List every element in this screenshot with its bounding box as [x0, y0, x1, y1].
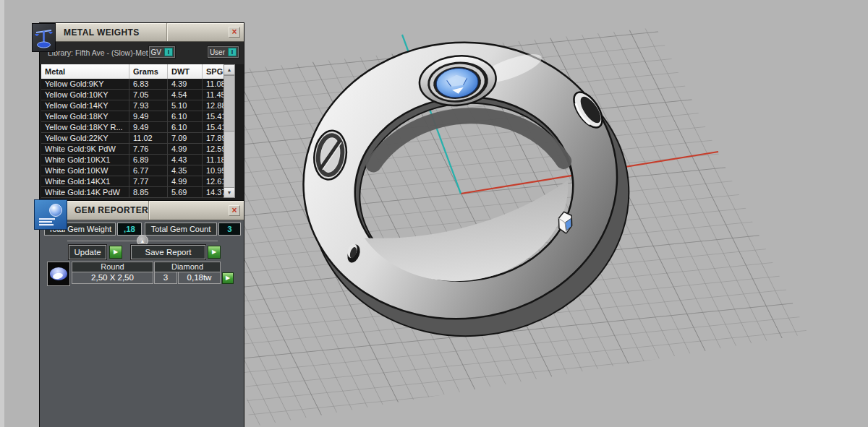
- table-row[interactable]: Yellow Gold:9KY6.834.3911.08: [41, 79, 224, 90]
- metal-weights-panel: METAL WEIGHTS × Library: Fifth Ave - (Sl…: [40, 23, 244, 201]
- scale-icon: [32, 23, 56, 52]
- table-cell: 4.43: [168, 155, 203, 165]
- metal-table-scrollbar[interactable]: ▲ ▼: [224, 64, 235, 198]
- app-window: METAL WEIGHTS × Library: Fifth Ave - (Sl…: [0, 0, 868, 427]
- gem-image: [50, 267, 67, 280]
- table-cell: 6.89: [129, 155, 168, 165]
- table-cell: 4.39: [168, 79, 203, 89]
- table-row[interactable]: Yellow Gold:14KY7.935.1012.88: [41, 100, 224, 111]
- close-icon[interactable]: ×: [229, 205, 240, 216]
- titlebar-divider: [166, 23, 168, 41]
- table-cell: 6.10: [168, 122, 203, 132]
- update-button[interactable]: Update: [69, 245, 106, 259]
- total-gem-count-label: Total Gem Count: [145, 223, 217, 236]
- table-row[interactable]: Yellow Gold:18KY R...9.496.1015.41: [41, 122, 224, 133]
- table-cell: 9.49: [129, 122, 168, 132]
- table-cell: White Gold:14KX1: [41, 176, 129, 186]
- table-cell: White Gold:14K PdW: [41, 187, 129, 197]
- library-bar: Library: Fifth Ave - (Slow)-Metal GV I U…: [40, 42, 244, 64]
- table-cell: 6.83: [129, 79, 168, 89]
- table-cell: 15.41: [203, 111, 224, 121]
- gem-count-value: 3: [154, 272, 177, 284]
- panel-title: METAL WEIGHTS: [64, 27, 140, 38]
- save-report-play-icon[interactable]: ▶: [208, 246, 221, 259]
- column-header-grams[interactable]: Grams: [129, 64, 168, 79]
- table-cell: 5.69: [168, 187, 203, 197]
- metal-table-header: Metal Grams DWT SPG: [41, 64, 224, 79]
- table-cell: 11.08: [203, 79, 224, 89]
- user-toggle[interactable]: User I: [207, 46, 239, 59]
- column-header-spg[interactable]: SPG: [203, 64, 224, 79]
- gv-toggle[interactable]: GV I: [148, 46, 176, 59]
- table-cell: Yellow Gold:18KY R...: [41, 122, 129, 132]
- table-cell: Yellow Gold:14KY: [41, 100, 129, 111]
- table-cell: 9.49: [129, 111, 168, 121]
- panel-title: GEM REPORTER: [75, 205, 148, 215]
- table-row[interactable]: White Gold:10KX16.894.4311.18: [41, 155, 224, 165]
- update-play-icon[interactable]: ▶: [109, 246, 122, 259]
- table-row[interactable]: White Gold:10KW6.774.3510.95: [41, 165, 224, 176]
- table-cell: 10.95: [203, 165, 224, 176]
- gem-type-header: Diamond: [154, 262, 221, 272]
- column-header-metal[interactable]: Metal: [41, 64, 129, 79]
- save-report-button[interactable]: Save Report: [131, 245, 205, 259]
- table-cell: Yellow Gold:10KY: [41, 90, 129, 100]
- table-cell: 12.59: [203, 144, 224, 154]
- table-cell: 17.89: [203, 133, 224, 143]
- table-cell: 11.18: [203, 155, 224, 165]
- table-cell: 7.05: [129, 90, 168, 100]
- scrollbar-thumb[interactable]: [224, 75, 234, 131]
- table-cell: 8.85: [129, 187, 168, 197]
- table-cell: 5.10: [168, 100, 203, 111]
- gem-size-value: 2,50 X 2,50: [72, 272, 153, 284]
- scroll-up-icon[interactable]: ▲: [224, 65, 234, 75]
- metal-table-body: Yellow Gold:9KY6.834.3911.08Yellow Gold:…: [41, 79, 224, 198]
- table-cell: White Gold:10KX1: [41, 155, 129, 165]
- scroll-down-icon[interactable]: ▼: [224, 187, 234, 197]
- gem-report-icon: [34, 199, 67, 230]
- table-cell: Yellow Gold:9KY: [41, 79, 129, 89]
- gem-shape-header: Round: [72, 262, 153, 272]
- gem-reporter-panel: GEM REPORTER × Total Gem Weight ,18 Tota…: [40, 201, 244, 427]
- table-cell: 6.77: [129, 165, 168, 176]
- gem-reporter-titlebar[interactable]: GEM REPORTER ×: [40, 201, 244, 220]
- total-gem-count-value: 3: [218, 223, 241, 236]
- table-cell: 7.76: [129, 144, 168, 154]
- user-toggle-indicator[interactable]: I: [228, 48, 237, 56]
- titlebar-divider: [148, 201, 150, 220]
- table-cell: 7.09: [168, 133, 203, 143]
- table-row[interactable]: Yellow Gold:18KY9.496.1015.41: [41, 111, 224, 122]
- gem-weight-value: 0,18tw: [178, 272, 221, 284]
- table-row[interactable]: White Gold:14KX17.774.9912.61: [41, 176, 224, 187]
- table-cell: 14.37: [203, 187, 224, 197]
- table-row[interactable]: White Gold:14K PdW8.855.6914.37: [41, 187, 224, 198]
- table-cell: 7.77: [129, 176, 168, 186]
- library-label: Library: Fifth Ave - (Slow)-Metal: [48, 48, 154, 57]
- table-cell: 4.99: [168, 176, 203, 186]
- table-cell: White Gold:10KW: [41, 165, 129, 176]
- table-row[interactable]: White Gold:9K PdW7.764.9912.59: [41, 144, 224, 155]
- table-cell: 11.45: [203, 90, 224, 100]
- table-cell: 4.54: [168, 90, 203, 100]
- table-cell: 4.35: [168, 165, 203, 176]
- column-header-dwt[interactable]: DWT: [168, 64, 203, 79]
- table-cell: 15.41: [203, 122, 224, 132]
- gv-toggle-indicator[interactable]: I: [164, 48, 173, 56]
- metal-weights-titlebar[interactable]: METAL WEIGHTS ×: [40, 23, 244, 42]
- table-row[interactable]: Yellow Gold:10KY7.054.5411.45: [41, 90, 224, 100]
- table-cell: 12.88: [203, 100, 224, 111]
- total-gem-weight-value: ,18: [117, 223, 142, 236]
- viewport-left-edge: [0, 0, 4, 427]
- table-cell: 12.61: [203, 176, 224, 186]
- table-cell: Yellow Gold:18KY: [41, 111, 129, 121]
- table-cell: 11.02: [129, 133, 168, 143]
- table-row[interactable]: Yellow Gold:22KY11.027.0917.89: [41, 133, 224, 144]
- gem-row-play-icon[interactable]: ▶: [222, 272, 234, 284]
- gem-thumbnail[interactable]: [47, 262, 70, 286]
- table-cell: 7.93: [129, 100, 168, 111]
- table-cell: White Gold:9K PdW: [41, 144, 129, 154]
- table-cell: 4.99: [168, 144, 203, 154]
- table-cell: 6.10: [168, 111, 203, 121]
- close-icon[interactable]: ×: [229, 27, 240, 38]
- table-cell: Yellow Gold:22KY: [41, 133, 129, 143]
